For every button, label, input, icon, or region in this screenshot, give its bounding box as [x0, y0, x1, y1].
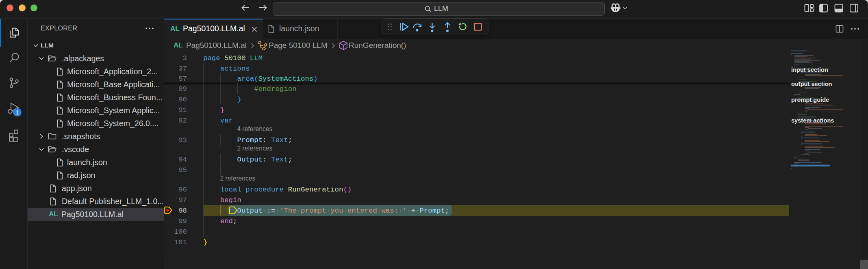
svg-text:1: 1	[16, 109, 19, 116]
